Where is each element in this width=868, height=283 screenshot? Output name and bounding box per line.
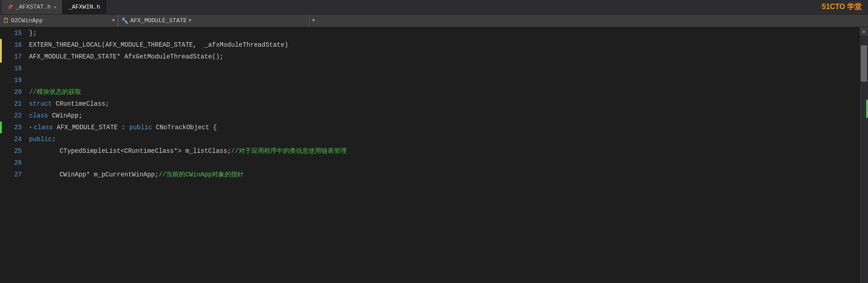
line-numbers: 15 16 17 18 19 20 21 22 23 24 25 26 27 [3, 27, 25, 283]
line-num-18: 18 [3, 63, 22, 74]
file-selector-label: 02CWinApp [11, 17, 110, 24]
pin-icon: 📌 [7, 5, 13, 10]
code-line-20: //模块状态的获取 [29, 86, 860, 98]
code-line-23: ▪ class AFX_MODULE_STATE : public CNoTra… [29, 122, 860, 133]
line-num-20: 20 [3, 86, 22, 98]
line-num-17: 17 [3, 51, 22, 63]
code-content: }; EXTERN_THREAD_LOCAL(AFX_MODULE_THREAD… [25, 27, 860, 283]
tab-afxstat-close[interactable]: ✕ [54, 4, 57, 10]
extra-selector-arrow: ▼ [312, 18, 315, 23]
line-num-23: 23 [3, 122, 22, 133]
indicator-green-1 [0, 122, 2, 133]
code-area: 15 16 17 18 19 20 21 22 23 24 25 26 27 }… [0, 27, 868, 283]
left-color-strip [0, 27, 3, 283]
file-selector-arrow: ▼ [112, 18, 115, 23]
tab-afxstat-label: _AFXSTAT.h [15, 4, 51, 10]
line-num-25: 25 [3, 145, 22, 157]
title-bar: 📌 _AFXSTAT.h ✕ _AFXWIN.h 51CTO 学堂 [0, 0, 868, 15]
code-line-18 [29, 63, 860, 74]
func-selector-label: AFX_MODULE_STATE [130, 17, 187, 24]
branding-label: 51CTO 学堂 [822, 2, 866, 12]
line-num-16: 16 [3, 39, 22, 51]
line-num-24: 24 [3, 133, 22, 145]
code-line-25: CTypedSimpleList<CRuntimeClass*> m_listC… [29, 145, 860, 157]
file-selector-icon: 🗒 [3, 17, 9, 24]
code-line-26 [29, 157, 860, 169]
code-line-21: struct CRuntimeClass; [29, 98, 860, 110]
code-line-19 [29, 74, 860, 86]
scrollbar[interactable]: ▲ [860, 27, 868, 283]
code-line-15: }; [29, 27, 860, 39]
tab-afxstat[interactable]: 📌 _AFXSTAT.h ✕ [2, 0, 63, 14]
tab-afxwin-label: _AFXWIN.h [69, 4, 100, 10]
expand-icon-23[interactable]: ▪ [29, 122, 32, 133]
code-line-22: class CWinApp; [29, 110, 860, 122]
file-selector[interactable]: 🗒 02CWinApp ▼ [0, 15, 118, 27]
line-num-22: 22 [3, 110, 22, 122]
toolbar: 🗒 02CWinApp ▼ 🔧 AFX_MODULE_STATE ▼ ▼ [0, 15, 868, 27]
func-selector-icon: 🔧 [121, 17, 128, 24]
code-line-16: EXTERN_THREAD_LOCAL(AFX_MODULE_THREAD_ST… [29, 39, 860, 51]
line-num-19: 19 [3, 74, 22, 86]
extra-selector[interactable]: ▼ [309, 15, 868, 27]
line-num-21: 21 [3, 98, 22, 110]
func-selector[interactable]: 🔧 AFX_MODULE_STATE ▼ [118, 15, 309, 27]
code-line-27: CWinApp* m_pCurrentWinApp; //当前的CWinApp对… [29, 169, 860, 181]
indicator-yellow-1 [0, 39, 2, 63]
func-selector-arrow: ▼ [189, 18, 191, 23]
line-num-27: 27 [3, 169, 22, 181]
scrollbar-thumb[interactable] [861, 45, 867, 82]
line-num-15: 15 [3, 27, 22, 39]
line-num-26: 26 [3, 157, 22, 169]
code-line-17: AFX_MODULE_THREAD_STATE* AfxGetModuleThr… [29, 51, 860, 63]
scrollbar-up-arrow[interactable]: ▲ [860, 27, 868, 35]
scrollbar-green-indicator [866, 100, 868, 118]
code-line-24: public : [29, 133, 860, 145]
tab-afxwin[interactable]: _AFXWIN.h [63, 0, 106, 14]
